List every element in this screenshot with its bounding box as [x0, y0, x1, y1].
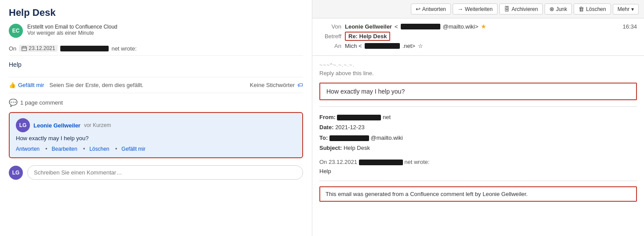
avatar-lg-input: LG: [9, 166, 23, 180]
creator-info: Erstellt von Email to Confluence Cloud V…: [27, 24, 117, 36]
thumbs-up-icon: 👍: [9, 82, 16, 88]
reply-label: Antworten: [422, 6, 446, 12]
from-redacted: [401, 24, 440, 29]
archive-button[interactable]: 🗄 Archivieren: [499, 4, 543, 15]
from-label: Von: [319, 23, 341, 30]
email-wrote-line: On 23.12.2021 net wrote:: [319, 159, 637, 165]
wrote-prefix: On: [9, 45, 16, 52]
creator-time: Vor weniger als einer Minute: [27, 30, 117, 36]
email-time: 16:34: [622, 23, 637, 30]
to-redacted-2: [329, 135, 369, 141]
avatar-ec: EC: [9, 24, 23, 38]
junk-button[interactable]: ⊗ Junk: [545, 4, 572, 15]
comment-header: LG Leonie Gellweiler vor Kurzem: [16, 118, 296, 132]
betreff-label: Betreff: [319, 33, 341, 40]
email-body: ~~~^~.~.~.~. Reply above this line. How …: [312, 56, 644, 236]
from-domain: @mailto.wiki>: [443, 23, 479, 30]
to-row: An Mich < .net> ☆: [319, 43, 637, 49]
date-badge: 23.12.2021: [19, 45, 58, 52]
forward-button[interactable]: → Weiterleiten: [453, 4, 498, 15]
wrote-line: On 23.12.2021 net wrote:: [9, 45, 303, 56]
comment-body: How exactly may I help you?: [16, 135, 296, 142]
keywords-label: Keine Stichwörter: [250, 82, 295, 88]
forward-icon: →: [457, 6, 463, 12]
footer-notice: This email was generated from a Confluen…: [319, 186, 637, 202]
like-button[interactable]: 👍 Gefällt mir: [9, 82, 44, 88]
email-toolbar: ↩ Antworten → Weiterleiten 🗄 Archivieren…: [312, 0, 644, 18]
date-field-row: Date: 2021-12-23: [319, 122, 637, 132]
junk-icon: ⊗: [549, 6, 554, 12]
to-redacted: [365, 43, 400, 49]
to-field-row: To: @mailto.wiki: [319, 133, 637, 143]
subject-value: Re: Help Desk: [345, 32, 637, 41]
wrote-date: 23.12.2021: [29, 45, 55, 51]
delete-action[interactable]: Löschen: [89, 146, 117, 152]
wrote-suffix-right: net wrote:: [404, 159, 429, 165]
delete-button[interactable]: 🗑 Löschen: [574, 4, 611, 15]
reply-icon: ↩: [416, 6, 421, 12]
from-field-domain: net: [383, 114, 391, 120]
date-label: Date:: [319, 124, 334, 131]
to-label: An: [319, 43, 341, 49]
creator-row: EC Erstellt von Email to Confluence Clou…: [9, 24, 303, 38]
keywords-section: Keine Stichwörter 🏷: [250, 82, 303, 88]
from-value: Leonie Gellweiler <@mailto.wiki> ★: [345, 23, 619, 30]
forward-label: Weiterleiten: [465, 6, 493, 12]
more-label: Mehr: [618, 6, 629, 12]
comment-box: LG Leonie Gellweiler vor Kurzem How exac…: [9, 112, 303, 158]
section-divider: [319, 106, 637, 107]
from-name: Leonie Gellweiler: [345, 23, 392, 30]
reply-action[interactable]: Antworten: [16, 146, 48, 152]
comment-actions: Antworten Bearbeiten Löschen Gefällt mir: [16, 146, 296, 152]
subject-row: Betreff Re: Help Desk: [319, 32, 637, 41]
edit-action[interactable]: Bearbeiten: [52, 146, 85, 152]
comment-author: Leonie Gellweiler: [33, 122, 80, 129]
svg-rect-0: [22, 47, 27, 51]
tag-icon: 🏷: [297, 82, 303, 88]
redacted-name-1: [60, 46, 109, 51]
delete-label: Löschen: [586, 6, 606, 12]
to-domain: .net>: [402, 43, 415, 49]
trash-icon: 🗑: [578, 6, 584, 12]
subject-field-label: Subject:: [319, 145, 342, 151]
comment-count-row: 💬 1 page comment: [9, 98, 303, 107]
settings-icon: ☆: [418, 43, 423, 49]
more-button[interactable]: Mehr ▾: [613, 4, 639, 15]
comment-input[interactable]: [27, 165, 303, 180]
reply-above: Reply above this line.: [319, 70, 637, 76]
to-value: Mich < .net> ☆: [345, 43, 637, 49]
comment-count-label: 1 page comment: [20, 99, 63, 106]
chevron-down-icon: ▾: [631, 6, 634, 12]
subject-field-value: Help Desk: [344, 145, 370, 151]
help-text: Help: [9, 61, 303, 68]
page-title: Help Desk: [9, 7, 303, 18]
like-action[interactable]: Gefällt mir: [121, 146, 146, 152]
subject-badge: Re: Help Desk: [345, 32, 390, 41]
separator-line: ~~~^~.~.~.~.: [319, 62, 637, 68]
archive-label: Archivieren: [512, 6, 538, 12]
archive-icon: 🗄: [504, 6, 510, 12]
from-redacted-2: [337, 115, 381, 120]
left-panel: Help Desk EC Erstellt von Email to Confl…: [0, 0, 312, 236]
reply-button[interactable]: ↩ Antworten: [411, 4, 451, 15]
like-row: 👍 Gefällt mir Seien Sie der Erste, dem d…: [9, 77, 303, 93]
junk-label: Junk: [556, 6, 567, 12]
to-name: Mich <: [345, 43, 362, 49]
email-header: Von Leonie Gellweiler <@mailto.wiki> ★ 1…: [312, 18, 644, 56]
right-panel: ↩ Antworten → Weiterleiten 🗄 Archivieren…: [312, 0, 644, 236]
from-row: Von Leonie Gellweiler <@mailto.wiki> ★ 1…: [319, 23, 637, 30]
from-field-label: From:: [319, 114, 336, 120]
star-icon[interactable]: ★: [481, 23, 487, 30]
section-divider-2: [319, 181, 637, 181]
email-body-help: Help: [319, 168, 637, 174]
email-meta: From: net Date: 2021-12-23 To: @mailto.w…: [319, 112, 637, 153]
to-field-label: To:: [319, 134, 328, 141]
like-label: Gefällt mir: [18, 82, 44, 88]
from-field-row: From: net: [319, 112, 637, 122]
creator-name: Erstellt von Email to Confluence Cloud: [27, 24, 117, 30]
subject-field-row: Subject: Help Desk: [319, 143, 637, 153]
avatar-lg-comment: LG: [16, 118, 30, 132]
wrote-date-right: On 23.12.2021: [319, 159, 357, 165]
like-desc: Seien Sie der Erste, dem dies gefällt.: [49, 82, 143, 88]
highlighted-question: How exactly may I help you?: [319, 83, 637, 100]
